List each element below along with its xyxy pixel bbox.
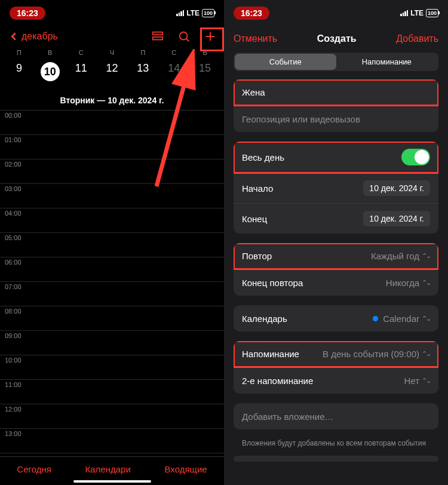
end-date-value[interactable]: 10 дек. 2024 г. bbox=[363, 211, 430, 226]
modal-header: Отменить Создать Добавить bbox=[224, 26, 448, 51]
back-to-month-button[interactable]: декабрь bbox=[7, 30, 58, 43]
hour-row: 03:00 bbox=[0, 184, 224, 208]
bottom-tab-bar: Сегодня Календари Входящие bbox=[0, 456, 224, 477]
day-cell[interactable]: 14 bbox=[158, 59, 189, 85]
attachment-group: Добавить вложение… bbox=[234, 403, 438, 429]
weekday-label: В bbox=[35, 49, 66, 56]
day-cell[interactable]: 12 bbox=[97, 59, 128, 85]
day-cell[interactable]: 11 bbox=[66, 59, 97, 85]
selector-icon: ⌃⌄ bbox=[422, 315, 430, 323]
weekday-label: П bbox=[4, 49, 35, 56]
weekday-row: П В С Ч П С В bbox=[0, 49, 224, 56]
network-label: LTE bbox=[186, 9, 200, 17]
network-label: LTE bbox=[410, 9, 424, 17]
status-time: 16:23 bbox=[234, 7, 269, 20]
status-time: 16:23 bbox=[10, 7, 45, 20]
hour-row: 02:00 bbox=[0, 159, 224, 184]
search-icon[interactable] bbox=[177, 30, 191, 43]
selected-day-title: Вторник — 10 дек. 2024 г. bbox=[0, 91, 224, 110]
hour-row: 09:00 bbox=[0, 331, 224, 355]
hour-row: 13:00 bbox=[0, 429, 224, 453]
battery-icon: 100 bbox=[202, 9, 214, 17]
chevron-left-icon bbox=[7, 30, 20, 43]
end-date-row[interactable]: Конец 10 дек. 2024 г. bbox=[234, 204, 438, 234]
today-button[interactable]: Сегодня bbox=[17, 464, 51, 474]
selector-icon: ⌃⌄ bbox=[422, 350, 430, 358]
alert-row[interactable]: Напоминание В день события (09:00)⌃⌄ bbox=[234, 341, 438, 367]
repeat-group: Повтор Каждый год⌃⌄ Конец повтора Никогд… bbox=[234, 243, 438, 296]
weekday-label: П bbox=[127, 49, 158, 56]
svg-line-3 bbox=[186, 39, 189, 41]
day-numbers-row: 9 10 11 12 13 14 15 bbox=[0, 56, 224, 91]
start-date-row[interactable]: Начало 10 дек. 2024 г. bbox=[234, 173, 438, 204]
all-day-row: Весь день bbox=[234, 142, 438, 173]
add-attachment-row[interactable]: Добавить вложение… bbox=[234, 403, 438, 429]
selector-icon: ⌃⌄ bbox=[422, 252, 430, 260]
battery-icon: 100 bbox=[426, 9, 438, 17]
title-location-group: Жена Геопозиция или видеовызов bbox=[234, 79, 438, 132]
repeat-row[interactable]: Повтор Каждый год⌃⌄ bbox=[234, 243, 438, 269]
calendar-row[interactable]: Календарь Calendar⌃⌄ bbox=[234, 305, 438, 331]
modal-title: Создать bbox=[317, 33, 357, 44]
weekday-label: Ч bbox=[97, 49, 128, 56]
day-cell[interactable]: 9 bbox=[4, 59, 35, 85]
date-time-group: Весь день Начало 10 дек. 2024 г. Конец 1… bbox=[234, 142, 438, 234]
svg-rect-1 bbox=[153, 37, 163, 40]
hour-row: 05:00 bbox=[0, 233, 224, 257]
selector-icon: ⌃⌄ bbox=[422, 377, 430, 385]
signal-icon bbox=[176, 10, 184, 16]
hour-row: 08:00 bbox=[0, 306, 224, 331]
add-button-highlight bbox=[200, 27, 224, 51]
status-bar: 16:23 LTE 100 bbox=[0, 0, 224, 26]
day-cell[interactable]: 15 bbox=[189, 59, 220, 85]
hour-row: 04:00 bbox=[0, 208, 224, 233]
signal-icon bbox=[400, 10, 408, 16]
segmented-control[interactable]: Событие Напоминание bbox=[234, 53, 438, 71]
form-body[interactable]: Жена Геопозиция или видеовызов Весь день… bbox=[224, 79, 448, 485]
repeat-end-row[interactable]: Конец повтора Никогда⌃⌄ bbox=[234, 269, 438, 296]
hour-row: 06:00 bbox=[0, 257, 224, 282]
calendar-group: Календарь Calendar⌃⌄ bbox=[234, 305, 438, 331]
weekday-label: С bbox=[66, 49, 97, 56]
hour-row: 00:00 bbox=[0, 110, 224, 135]
hour-row: 01:00 bbox=[0, 135, 224, 159]
hour-grid[interactable]: 00:00 01:00 02:00 03:00 04:00 05:00 06:0… bbox=[0, 110, 224, 456]
cancel-button[interactable]: Отменить bbox=[234, 33, 277, 44]
status-bar: 16:23 LTE 100 bbox=[224, 0, 448, 26]
segment-reminder[interactable]: Напоминание bbox=[336, 54, 438, 70]
segment-event[interactable]: Событие bbox=[235, 54, 336, 70]
location-field[interactable]: Геопозиция или видеовызов bbox=[234, 106, 438, 132]
weekday-label: С bbox=[158, 49, 189, 56]
home-indicator[interactable] bbox=[73, 480, 151, 483]
day-cell-selected[interactable]: 10 bbox=[35, 59, 66, 85]
alert-group: Напоминание В день события (09:00)⌃⌄ 2-е… bbox=[234, 341, 438, 394]
partial-group bbox=[234, 456, 438, 462]
add-button[interactable]: Добавить bbox=[396, 33, 438, 44]
calendars-button[interactable]: Календари bbox=[85, 464, 131, 474]
day-cell[interactable]: 13 bbox=[127, 59, 158, 85]
calendar-color-dot bbox=[373, 316, 378, 321]
start-date-value[interactable]: 10 дек. 2024 г. bbox=[363, 180, 430, 196]
calendar-header: декабрь bbox=[0, 26, 224, 49]
hour-row: 07:00 bbox=[0, 282, 224, 306]
hour-row: 12:00 bbox=[0, 404, 224, 429]
inbox-button[interactable]: Входящие bbox=[165, 464, 207, 474]
calendar-day-view: 16:23 LTE 100 декабрь П В С Ч П С В 9 10 bbox=[0, 0, 224, 485]
list-view-icon[interactable] bbox=[151, 30, 164, 43]
title-field[interactable]: Жена bbox=[234, 79, 438, 106]
hour-row: 10:00 bbox=[0, 355, 224, 380]
month-label: декабрь bbox=[22, 31, 58, 42]
all-day-toggle[interactable] bbox=[401, 149, 430, 165]
attachment-footnote: Вложения будут добавлены ко всем повтора… bbox=[234, 439, 438, 456]
selector-icon: ⌃⌄ bbox=[422, 279, 430, 287]
status-indicators: LTE 100 bbox=[176, 9, 214, 17]
create-event-modal: 16:23 LTE 100 Отменить Создать Добавить … bbox=[224, 0, 448, 485]
hour-row: 11:00 bbox=[0, 380, 224, 404]
svg-point-2 bbox=[180, 32, 188, 40]
second-alert-row[interactable]: 2-е напоминание Нет⌃⌄ bbox=[234, 367, 438, 394]
svg-rect-0 bbox=[153, 32, 163, 35]
status-indicators: LTE 100 bbox=[400, 9, 438, 17]
